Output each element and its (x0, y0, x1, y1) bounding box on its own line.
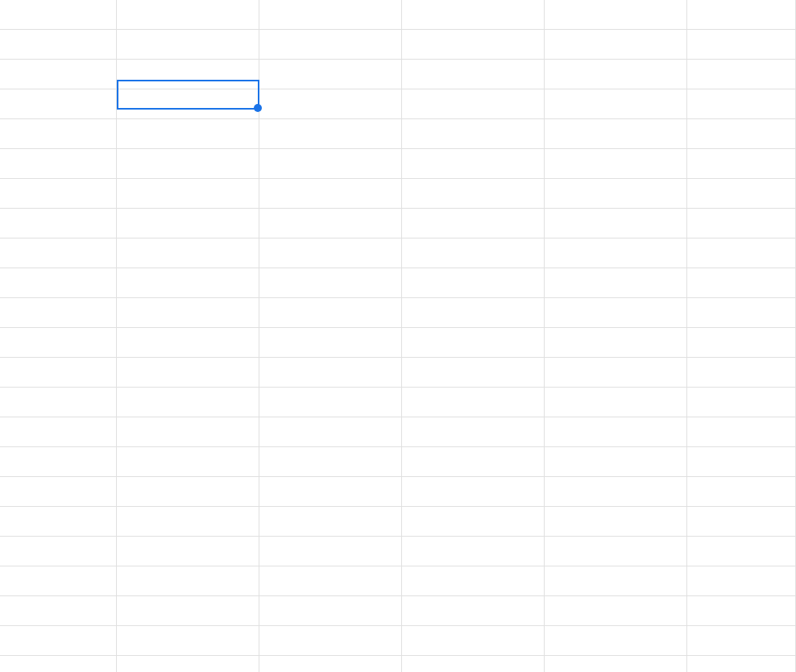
grid-cell[interactable] (545, 209, 687, 238)
grid-cell[interactable] (0, 447, 117, 476)
grid-cell[interactable] (687, 566, 796, 595)
grid-cell[interactable] (117, 388, 259, 417)
grid-cell[interactable] (687, 596, 796, 625)
grid-cell[interactable] (402, 656, 545, 672)
grid-cell[interactable] (687, 626, 796, 655)
grid-cell[interactable] (545, 596, 687, 625)
grid-cell[interactable] (259, 298, 402, 327)
grid-cell[interactable] (402, 596, 545, 625)
grid-cell[interactable] (545, 149, 687, 178)
grid-cell[interactable] (259, 328, 402, 357)
grid-cell[interactable] (402, 149, 545, 178)
grid-cell[interactable] (259, 179, 402, 208)
grid-cell[interactable] (259, 60, 402, 89)
grid-cell[interactable] (0, 656, 117, 672)
grid-cell[interactable] (545, 328, 687, 357)
grid-cell[interactable] (0, 626, 117, 655)
grid-cell[interactable] (259, 388, 402, 417)
grid-cell[interactable] (545, 447, 687, 476)
grid-cell[interactable] (402, 30, 545, 59)
grid-cell[interactable] (545, 179, 687, 208)
grid-cell[interactable] (402, 298, 545, 327)
grid-cell[interactable] (402, 507, 545, 536)
grid-cell[interactable] (0, 30, 117, 59)
grid-cell[interactable] (0, 149, 117, 178)
spreadsheet-grid[interactable] (0, 0, 796, 672)
grid-cell[interactable] (0, 566, 117, 595)
grid-cell[interactable] (0, 388, 117, 417)
grid-cell[interactable] (117, 328, 259, 357)
grid-cell[interactable] (402, 89, 545, 118)
grid-cell[interactable] (545, 358, 687, 387)
grid-cell[interactable] (545, 60, 687, 89)
grid-cell[interactable] (259, 537, 402, 566)
grid-cell[interactable] (687, 388, 796, 417)
grid-cell[interactable] (117, 89, 259, 118)
grid-cell[interactable] (687, 179, 796, 208)
grid-cell[interactable] (687, 328, 796, 357)
grid-cell[interactable] (117, 537, 259, 566)
grid-cell[interactable] (259, 268, 402, 297)
grid-cell[interactable] (402, 537, 545, 566)
grid-cell[interactable] (0, 537, 117, 566)
grid-cell[interactable] (117, 507, 259, 536)
grid-cell[interactable] (545, 388, 687, 417)
grid-cell[interactable] (687, 447, 796, 476)
grid-cell[interactable] (545, 30, 687, 59)
grid-cell[interactable] (545, 119, 687, 148)
grid-cell[interactable] (117, 149, 259, 178)
grid-cell[interactable] (259, 566, 402, 595)
grid-cell[interactable] (259, 149, 402, 178)
grid-cell[interactable] (545, 626, 687, 655)
grid-cell[interactable] (402, 60, 545, 89)
fill-handle[interactable] (254, 104, 262, 112)
grid-cell[interactable] (117, 119, 259, 148)
grid-cell[interactable] (117, 30, 259, 59)
grid-cell[interactable] (402, 566, 545, 595)
grid-cell[interactable] (545, 477, 687, 506)
grid-cell[interactable] (687, 60, 796, 89)
grid-cell[interactable] (117, 268, 259, 297)
grid-cell[interactable] (259, 656, 402, 672)
grid-cell[interactable] (402, 626, 545, 655)
grid-cell[interactable] (117, 477, 259, 506)
grid-cell[interactable] (0, 179, 117, 208)
grid-cell[interactable] (687, 0, 796, 29)
grid-cell[interactable] (0, 298, 117, 327)
grid-cell[interactable] (117, 0, 259, 29)
grid-cell[interactable] (687, 417, 796, 446)
grid-cell[interactable] (545, 566, 687, 595)
grid-cell[interactable] (0, 417, 117, 446)
grid-cell[interactable] (259, 89, 402, 118)
grid-cell[interactable] (117, 209, 259, 238)
grid-cell[interactable] (0, 60, 117, 89)
grid-cell[interactable] (545, 417, 687, 446)
grid-cell[interactable] (259, 0, 402, 29)
grid-cell[interactable] (117, 60, 259, 89)
grid-cell[interactable] (402, 477, 545, 506)
grid-cell[interactable] (402, 417, 545, 446)
grid-cell[interactable] (402, 179, 545, 208)
grid-cell[interactable] (259, 596, 402, 625)
grid-cell[interactable] (117, 298, 259, 327)
grid-cell[interactable] (259, 447, 402, 476)
grid-cell[interactable] (0, 119, 117, 148)
grid-cell[interactable] (402, 0, 545, 29)
grid-cell[interactable] (117, 358, 259, 387)
grid-cell[interactable] (0, 477, 117, 506)
grid-cell[interactable] (687, 358, 796, 387)
grid-cell[interactable] (687, 239, 796, 268)
grid-cell[interactable] (687, 477, 796, 506)
grid-cell[interactable] (687, 30, 796, 59)
grid-cell[interactable] (687, 89, 796, 118)
grid-cell[interactable] (687, 298, 796, 327)
grid-cell[interactable] (0, 209, 117, 238)
grid-cell[interactable] (402, 209, 545, 238)
grid-cell[interactable] (687, 656, 796, 672)
grid-cell[interactable] (0, 268, 117, 297)
grid-cell[interactable] (545, 89, 687, 118)
grid-cell[interactable] (0, 328, 117, 357)
grid-cell[interactable] (0, 239, 117, 268)
grid-cell[interactable] (259, 239, 402, 268)
grid-cell[interactable] (117, 656, 259, 672)
